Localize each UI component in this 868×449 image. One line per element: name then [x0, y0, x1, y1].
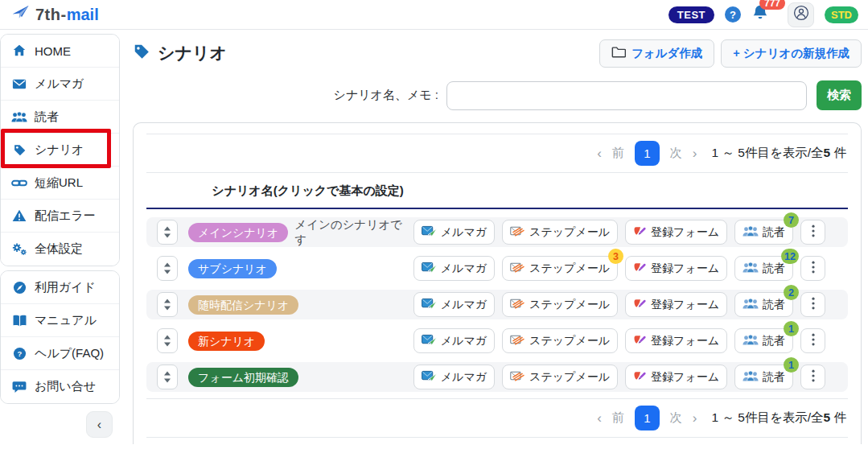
- help-icon[interactable]: ?: [725, 6, 741, 23]
- sidebar-collapse-button[interactable]: ‹: [86, 411, 113, 438]
- account-button[interactable]: [788, 2, 814, 27]
- chevron-left-icon: ‹: [97, 418, 101, 432]
- readers-button[interactable]: 読者2: [734, 292, 793, 317]
- search-button[interactable]: 検索: [817, 80, 862, 110]
- sidebar-group-support: 利用ガイド マニュアル ? ヘルプ(FAQ) お問い合せ: [0, 270, 120, 404]
- mailmagazine-button[interactable]: メルマガ: [413, 256, 495, 281]
- stepmail-button[interactable]: ステップメール: [502, 292, 618, 317]
- readers-button[interactable]: 読者1: [734, 365, 793, 389]
- current-page-button[interactable]: 1: [635, 406, 660, 430]
- person-icon: [793, 5, 809, 24]
- mailmagazine-button[interactable]: メルマガ: [413, 365, 495, 389]
- sort-handle[interactable]: [157, 256, 178, 281]
- next-page-button[interactable]: 次: [670, 146, 682, 161]
- sidebar-item-contact[interactable]: お問い合せ: [1, 370, 119, 403]
- scenario-name-badge[interactable]: 随時配信シナリオ: [188, 295, 298, 315]
- sidebar-item-short-url[interactable]: 短縮URL: [1, 167, 119, 200]
- registration-form-button[interactable]: 登録フォーム: [625, 365, 727, 389]
- sidebar-item-global-settings[interactable]: 全体設定: [1, 233, 119, 266]
- row-menu-button[interactable]: [800, 220, 825, 245]
- readers-button[interactable]: 読者7: [734, 220, 793, 245]
- chevron-left-icon[interactable]: ‹: [597, 146, 602, 162]
- registration-form-button[interactable]: 登録フォーム: [625, 220, 727, 245]
- sort-handle[interactable]: [157, 365, 178, 389]
- row-menu-button[interactable]: [800, 328, 825, 353]
- row-menu-button[interactable]: [800, 256, 825, 281]
- sidebar-item-scenario[interactable]: シナリオ: [1, 134, 119, 167]
- prev-page-button[interactable]: 前: [612, 146, 624, 161]
- mailmagazine-icon: [422, 225, 437, 240]
- notifications-button[interactable]: 777: [751, 4, 769, 25]
- pagination-summary: 1 ～ 5件目を表示/全5 件: [712, 410, 846, 426]
- sidebar-item-mailmagazine[interactable]: メルマガ: [1, 68, 119, 101]
- sidebar-item-manual[interactable]: マニュアル: [1, 304, 119, 337]
- table-row: 随時配信シナリオ メルマガ ステップメール 登録フォーム 読者2: [146, 290, 848, 319]
- stepmail-count-badge: 3: [608, 249, 623, 264]
- app-logo[interactable]: 7th-mail: [11, 5, 99, 24]
- readers-icon: [743, 334, 759, 348]
- chevron-right-icon[interactable]: ›: [693, 410, 697, 426]
- bell-icon: [751, 10, 769, 24]
- stepmail-button[interactable]: ステップメール: [502, 328, 618, 353]
- mailmagazine-button[interactable]: メルマガ: [413, 292, 495, 317]
- stepmail-button[interactable]: ステップメール: [502, 365, 618, 389]
- readers-icon: [743, 370, 759, 385]
- sort-handle[interactable]: [157, 292, 178, 317]
- sidebar-item-home[interactable]: HOME: [1, 35, 119, 68]
- mailmagazine-icon: [422, 262, 437, 276]
- readers-button[interactable]: 読者12: [734, 256, 793, 281]
- stepmail-button[interactable]: ステップメール: [502, 220, 618, 245]
- next-page-button[interactable]: 次: [670, 410, 682, 426]
- sidebar: HOME メルマガ 読者 シナリオ 短縮URL: [0, 30, 120, 449]
- sidebar-item-label: 全体設定: [35, 241, 83, 257]
- create-scenario-button[interactable]: + シナリオの新規作成: [721, 39, 862, 68]
- scenario-name-badge[interactable]: メインシナリオ: [188, 223, 288, 242]
- prev-page-button[interactable]: 前: [612, 410, 624, 426]
- reader-count-badge: 7: [784, 212, 799, 228]
- registration-form-button[interactable]: 登録フォーム: [625, 256, 727, 281]
- registration-form-button[interactable]: 登録フォーム: [625, 292, 727, 317]
- stepmail-icon: [510, 262, 525, 276]
- chevron-right-icon[interactable]: ›: [693, 146, 697, 162]
- svg-text:?: ?: [17, 348, 22, 357]
- scenario-name-badge[interactable]: 新シナリオ: [188, 332, 265, 351]
- page-title: シナリオ: [133, 42, 227, 64]
- search-input[interactable]: [446, 81, 807, 110]
- form-pen-icon: [633, 225, 647, 240]
- reader-count-badge: 12: [781, 249, 799, 264]
- scenario-name-badge[interactable]: サブシナリオ: [188, 259, 277, 278]
- mailmagazine-icon: [422, 334, 437, 348]
- mailmagazine-button[interactable]: メルマガ: [413, 328, 495, 353]
- sidebar-item-label: ヘルプ(FAQ): [35, 346, 104, 361]
- reader-count-badge: 1: [784, 357, 799, 373]
- sidebar-item-label: 短縮URL: [35, 175, 83, 191]
- sort-handle[interactable]: [157, 220, 178, 245]
- mailmagazine-button[interactable]: メルマガ: [413, 220, 495, 245]
- form-pen-icon: [633, 334, 647, 348]
- sort-handle[interactable]: [157, 328, 178, 353]
- sidebar-group-main: HOME メルマガ 読者 シナリオ 短縮URL: [0, 34, 120, 266]
- pagination-top: ‹ 前 1 次 › 1 ～ 5件目を表示/全5 件: [146, 134, 848, 172]
- registration-form-button[interactable]: 登録フォーム: [625, 328, 727, 353]
- folder-icon: [611, 46, 626, 60]
- mail-icon: [11, 78, 27, 90]
- sidebar-item-label: 読者: [35, 109, 59, 125]
- sidebar-item-readers[interactable]: 読者: [1, 101, 119, 134]
- stepmail-button[interactable]: ステップメール3: [502, 256, 618, 281]
- row-menu-button[interactable]: [800, 365, 825, 389]
- sidebar-item-help-faq[interactable]: ? ヘルプ(FAQ): [1, 337, 119, 370]
- pagination-summary: 1 ～ 5件目を表示/全5 件: [712, 145, 846, 162]
- link-icon: [11, 178, 27, 188]
- scenario-list-panel: ‹ 前 1 次 › 1 ～ 5件目を表示/全5 件 シナリオ名(クリックで基本の…: [133, 122, 862, 444]
- row-menu-button[interactable]: [800, 292, 825, 317]
- create-folder-button[interactable]: フォルダ作成: [599, 39, 714, 68]
- readers-button[interactable]: 読者1: [734, 328, 793, 353]
- form-pen-icon: [633, 370, 647, 385]
- readers-icon: [743, 225, 759, 240]
- scenario-name-badge[interactable]: フォーム初期確認: [188, 368, 298, 387]
- sidebar-item-usage-guide[interactable]: 利用ガイド: [1, 271, 119, 304]
- chevron-left-icon[interactable]: ‹: [597, 410, 602, 426]
- sidebar-item-delivery-errors[interactable]: 配信エラー: [1, 200, 119, 233]
- stepmail-icon: [510, 370, 525, 385]
- current-page-button[interactable]: 1: [635, 141, 660, 166]
